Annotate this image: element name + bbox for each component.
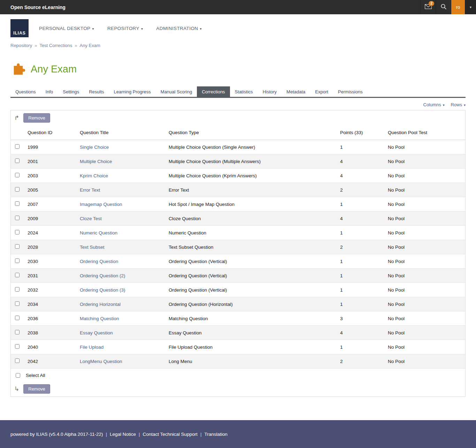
header-question-pool-test: Question Pool Test <box>385 125 465 140</box>
cell-points: 3 <box>337 311 385 326</box>
breadcrumb-link-repository[interactable]: Repository <box>10 43 32 48</box>
row-checkbox[interactable] <box>15 159 20 163</box>
question-title-link[interactable]: Numeric Question <box>80 230 117 235</box>
cell-points: 1 <box>337 226 385 240</box>
table-row: 2038Essay QuestionEssay Question4No Pool <box>11 326 465 340</box>
select-all-checkbox[interactable] <box>16 373 20 378</box>
mail-button[interactable]: 2 <box>420 0 436 14</box>
row-checkbox[interactable] <box>15 273 20 277</box>
rows-dropdown[interactable]: Rows▾ <box>451 102 466 107</box>
question-title-link[interactable]: Cloze Test <box>80 216 102 221</box>
search-button[interactable] <box>436 0 451 14</box>
cell-question-type: Essay Question <box>166 326 337 340</box>
cell-question-id: 2001 <box>25 154 77 169</box>
tab-history[interactable]: History <box>258 86 282 97</box>
question-title-link[interactable]: Ordering Question (3) <box>80 287 125 293</box>
row-checkbox[interactable] <box>15 144 20 149</box>
nav-item-personal-desktop[interactable]: PERSONAL DESKTOP▾ <box>39 26 94 31</box>
row-checkbox[interactable] <box>15 201 20 206</box>
user-menu-button[interactable]: ro <box>451 0 465 14</box>
footer-link-translation[interactable]: Translation <box>204 432 227 437</box>
question-title-link[interactable]: Ordering Question (2) <box>80 273 125 278</box>
tab-metadata[interactable]: Metadata <box>282 86 310 97</box>
nav-item-repository[interactable]: REPOSITORY▾ <box>107 26 143 31</box>
question-title-link[interactable]: Matching Question <box>80 316 119 321</box>
tab-questions[interactable]: Questions <box>10 86 41 97</box>
question-title-link[interactable]: Text Subset <box>80 245 105 250</box>
question-title-link[interactable]: Multiple Choice <box>80 159 112 164</box>
tab-permissions[interactable]: Permissions <box>333 86 368 97</box>
cell-question-type: File Upload Question <box>166 340 337 354</box>
tab-info[interactable]: Info <box>41 86 58 97</box>
table-row: 2028Text SubsetText Subset Question2No P… <box>11 240 465 254</box>
tab-corrections[interactable]: Corrections <box>197 86 230 97</box>
cell-question-id: 2042 <box>25 354 77 369</box>
header-question-title: Question Title <box>77 125 166 140</box>
row-checkbox[interactable] <box>15 230 20 234</box>
row-checkbox[interactable] <box>15 216 20 220</box>
remove-button-bottom[interactable]: Remove <box>23 384 50 394</box>
cell-question-type: Multiple Choice Question (Multiple Answe… <box>166 154 337 169</box>
row-checkbox[interactable] <box>15 244 20 249</box>
top-bar-actions: 2 ro ▾ <box>420 0 476 14</box>
cell-question-id: 2030 <box>25 254 77 269</box>
row-checkbox[interactable] <box>15 173 20 177</box>
nav-item-label: ADMINISTRATION <box>156 26 198 31</box>
cell-points: 2 <box>337 354 385 369</box>
row-checkbox[interactable] <box>15 316 20 320</box>
cell-question-id: 2003 <box>25 169 77 183</box>
cell-points: 2 <box>337 240 385 254</box>
search-icon <box>440 3 447 11</box>
row-checkbox[interactable] <box>15 330 20 334</box>
tab-settings[interactable]: Settings <box>58 86 84 97</box>
cell-pool: No Pool <box>385 211 465 226</box>
cell-pool: No Pool <box>385 269 465 283</box>
footer-link-contact-technical-support[interactable]: Contact Technical Support <box>143 432 198 437</box>
table-row: 2005Error TextError Text2No Pool <box>11 183 465 197</box>
breadcrumb-link-test-corrections[interactable]: Test Corrections <box>39 43 72 48</box>
row-checkbox[interactable] <box>15 187 20 192</box>
top-toolbar: ↱ Remove <box>11 110 465 125</box>
row-checkbox[interactable] <box>15 301 20 306</box>
chevron-down-icon: ▾ <box>464 103 466 107</box>
tab-learning-progress[interactable]: Learning Progress <box>109 86 156 97</box>
question-title-link[interactable]: Ordering Horizontal <box>80 302 121 307</box>
cell-question-type: Matching Question <box>166 311 337 326</box>
tab-results[interactable]: Results <box>84 86 109 97</box>
cell-question-type: Cloze Question <box>166 211 337 226</box>
question-title-link[interactable]: Ordering Question <box>80 259 118 264</box>
question-title-link[interactable]: LongMenu Question <box>80 359 122 364</box>
apply-to-selection-bottom-icon: ↳ <box>14 386 19 392</box>
table-row: 2036Matching QuestionMatching Question3N… <box>11 311 465 326</box>
tab-export[interactable]: Export <box>310 86 333 97</box>
user-menu-caret-button[interactable]: ▾ <box>465 0 476 14</box>
tab-bar: QuestionsInfoSettingsResultsLearning Pro… <box>10 86 466 98</box>
cell-question-id: 2036 <box>25 311 77 326</box>
breadcrumb-link-any-exam[interactable]: Any Exam <box>80 43 100 48</box>
cell-question-id: 2028 <box>25 240 77 254</box>
remove-button-top[interactable]: Remove <box>23 113 50 123</box>
cell-question-type: Ordering Question (Horizontal) <box>166 297 337 311</box>
question-title-link[interactable]: Single Choice <box>80 145 109 150</box>
header-question-type: Question Type <box>166 125 337 140</box>
question-title-link[interactable]: Kprim Choice <box>80 173 108 178</box>
tab-statistics[interactable]: Statistics <box>230 86 258 97</box>
row-checkbox[interactable] <box>15 358 20 363</box>
question-title-link[interactable]: Error Text <box>80 187 100 193</box>
question-title-link[interactable]: Essay Question <box>80 330 113 335</box>
header-question-id: Question ID <box>25 125 77 140</box>
tab-manual-scoring[interactable]: Manual Scoring <box>156 86 197 97</box>
ilias-logo[interactable]: ILIAS <box>10 19 29 37</box>
row-checkbox[interactable] <box>15 344 20 349</box>
question-title-link[interactable]: File Upload <box>80 345 103 350</box>
cell-question-id: 2034 <box>25 297 77 311</box>
footer-link-legal-notice[interactable]: Legal Notice <box>110 432 136 437</box>
question-title-link[interactable]: Imagemap Question <box>80 202 122 207</box>
nav-item-administration[interactable]: ADMINISTRATION▾ <box>156 26 202 31</box>
cell-points: 4 <box>337 169 385 183</box>
cell-question-type: Ordering Question (Vertical) <box>166 254 337 269</box>
row-checkbox[interactable] <box>15 287 20 292</box>
columns-dropdown[interactable]: Columns▾ <box>423 102 445 107</box>
row-checkbox[interactable] <box>15 258 20 263</box>
question-table: Question ID Question Title Question Type… <box>11 125 465 369</box>
